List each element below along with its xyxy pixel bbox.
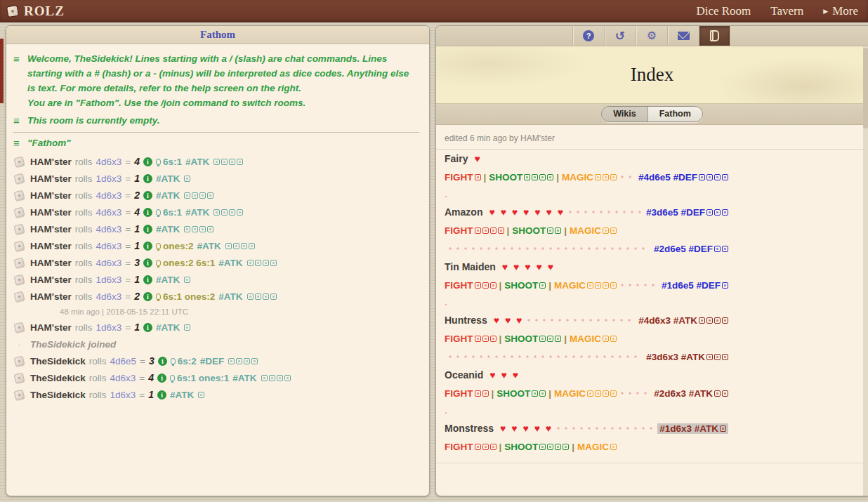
info-icon[interactable]: i (143, 208, 152, 217)
info-icon[interactable]: i (143, 323, 152, 332)
chat-username: HAM'ster (30, 322, 72, 333)
roll-tag[interactable]: #ATK (156, 190, 180, 201)
mini-die-icon (241, 243, 247, 249)
mini-die-icon (490, 227, 497, 234)
stat-fight[interactable]: FIGHT (445, 172, 481, 183)
stat-magic[interactable]: MAGIC (554, 280, 617, 291)
nav-item-tavern[interactable]: Tavern (770, 4, 803, 18)
info-icon[interactable]: i (143, 275, 152, 284)
lightbulb-icon (156, 159, 161, 165)
info-icon[interactable]: i (157, 374, 166, 383)
info-icon[interactable]: i (143, 174, 152, 183)
wiki-button-active[interactable] (699, 26, 730, 46)
wiki-roll-link[interactable]: #2d6e5 #DEF (654, 244, 728, 254)
wiki-roll-link[interactable]: #4d6e5 #DEF (638, 172, 728, 183)
rolz-logo[interactable]: ROLZ (7, 4, 65, 19)
wiki-roll-dice (705, 209, 728, 216)
mini-die-icon (722, 317, 728, 324)
stat-shoot[interactable]: SHOOT (497, 388, 546, 399)
wiki-roll-link[interactable]: #1d6e5 #DEF (662, 280, 728, 291)
help-button[interactable]: ? (572, 26, 604, 46)
history-button[interactable]: ↺ (604, 26, 636, 46)
stat-shoot[interactable]: SHOOT (504, 442, 569, 452)
roll-flags: 6s:1 ones:2 (156, 291, 215, 302)
stat-magic[interactable]: MAGIC (554, 388, 617, 399)
settings-button[interactable]: ⚙ (636, 26, 667, 46)
info-icon[interactable]: i (158, 357, 167, 366)
stat-separator: | (548, 280, 551, 291)
stat-magic[interactable]: MAGIC (577, 442, 617, 452)
character-name-line: Monstress♥ ♥ ♥ ♥ ♥#1d6x3 #ATK (445, 419, 728, 437)
wiki-content: edited 6 min ago by HAM'ster Fairy♥FIGHT… (436, 125, 868, 463)
stat-fight[interactable]: FIGHT (445, 225, 504, 236)
mini-die-icon (249, 243, 255, 249)
stat-separator: | (548, 388, 551, 399)
wiki-roll-link[interactable]: #3d6e5 #DEF (646, 207, 728, 218)
info-icon[interactable]: i (143, 292, 152, 301)
scrollbar-thumb[interactable] (863, 48, 868, 128)
stat-shoot[interactable]: SHOOT (489, 172, 553, 183)
character-name: Tin Maiden (445, 261, 496, 272)
stat-fight[interactable]: FIGHT (445, 280, 497, 291)
messages-button[interactable] (667, 26, 699, 46)
dice-roll-icon (14, 223, 25, 235)
roll-tag[interactable]: #ATK (156, 322, 180, 333)
nav-item-dice-room[interactable]: Dice Room (696, 4, 751, 18)
stat-fight[interactable]: FIGHT (445, 388, 489, 399)
mini-die-icon (184, 324, 190, 331)
dot-leader (621, 390, 650, 397)
stat-separator: | (507, 225, 510, 236)
stat-fight[interactable]: FIGHT (445, 442, 497, 452)
menu-lines-icon[interactable]: ≡ (13, 113, 27, 128)
tab-wikis[interactable]: Wikis (602, 107, 647, 121)
roll-tag[interactable]: #ATK (156, 275, 180, 285)
stat-shoot[interactable]: SHOOT (504, 333, 561, 344)
roll-tag[interactable]: #ATK (156, 173, 180, 184)
stat-dice (546, 227, 561, 234)
mini-die-icon (221, 209, 228, 216)
roll-tag[interactable]: #ATK (185, 157, 209, 167)
mini-die-icon (229, 159, 235, 165)
joined-text: TheSidekick joined (30, 339, 116, 350)
chat-username: TheSidekick (30, 356, 86, 366)
roll-tag[interactable]: #ATK (185, 207, 209, 218)
equals-sign: = (125, 241, 131, 251)
stat-shoot[interactable]: SHOOT (504, 280, 546, 291)
roll-tag[interactable]: #ATK (170, 390, 194, 400)
roll-tag[interactable]: #ATK (218, 291, 242, 302)
chat-body: ≡ Welcome, TheSidekick! Lines starting w… (6, 44, 429, 403)
info-icon[interactable]: i (157, 390, 166, 399)
wiki-roll-link[interactable]: #4d6x3 #ATK (638, 315, 728, 326)
info-icon[interactable]: i (143, 225, 152, 234)
wiki-roll-link[interactable]: #2d6x3 #ATK (654, 388, 728, 399)
roll-tag[interactable]: #ATK (156, 224, 180, 235)
roll-tag[interactable]: #ATK (197, 241, 221, 251)
stat-magic[interactable]: MAGIC (562, 172, 617, 183)
equals-sign: = (125, 207, 131, 218)
roll-tag[interactable]: #DEF (200, 356, 225, 366)
mini-die-icon (699, 317, 705, 324)
stat-shoot[interactable]: SHOOT (512, 225, 561, 236)
mini-die-icon (555, 227, 561, 234)
roll-result: 1 (134, 223, 140, 235)
mini-die-icon (706, 209, 713, 216)
roll-tag[interactable]: #ATK (218, 258, 242, 268)
dice-logo-icon (6, 5, 20, 18)
chat-divider (13, 132, 419, 133)
info-icon[interactable]: i (143, 157, 152, 166)
stat-magic[interactable]: MAGIC (570, 333, 617, 344)
menu-lines-icon[interactable]: ≡ (13, 51, 27, 110)
roll-flags-text: ones:2 (163, 241, 194, 251)
stat-fight[interactable]: FIGHT (445, 333, 497, 344)
info-icon[interactable]: i (143, 242, 152, 251)
info-icon[interactable]: i (143, 258, 152, 267)
stat-magic[interactable]: MAGIC (570, 225, 617, 236)
roll-tag[interactable]: #ATK (232, 373, 256, 383)
menu-lines-icon[interactable]: ≡ (13, 136, 27, 150)
tab-fathom[interactable]: Fathom (647, 107, 702, 121)
wiki-roll-link[interactable]: #3d6x3 #ATK (646, 352, 728, 362)
wiki-roll-link[interactable]: #1d6x3 #ATK (657, 423, 728, 434)
info-icon[interactable]: i (143, 191, 152, 200)
roll-flags: 6s:1 (156, 157, 182, 167)
nav-item-more[interactable]: ▶ More (823, 4, 858, 18)
